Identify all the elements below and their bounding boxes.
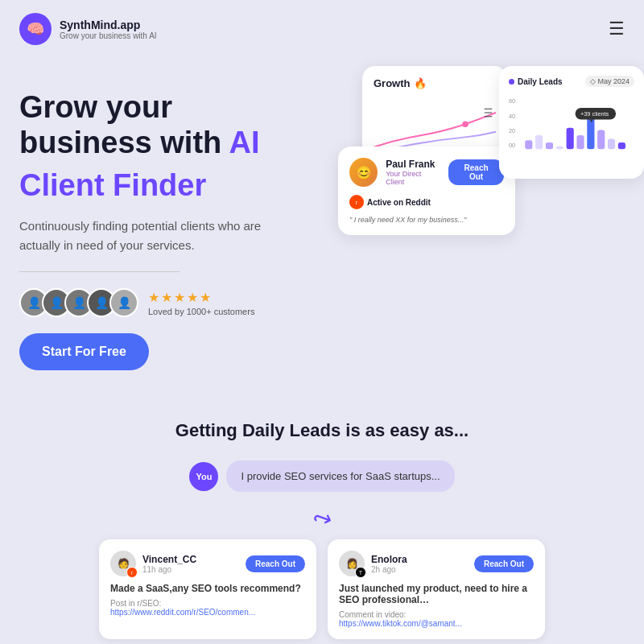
leads-cards-row: 🧑 r Vincent_CC 11h ago Reach Out Made a …: [19, 539, 625, 639]
svg-text:+39 clients: +39 clients: [580, 110, 609, 118]
daily-leads-card: Daily Leads ◇ May 2024 60 40 20 00: [499, 66, 644, 179]
header: 🧠 SynthMind.app Grow your business with …: [0, 0, 644, 58]
svg-rect-12: [567, 128, 574, 150]
avatar-5: 👤: [109, 288, 138, 317]
hero-left: Grow your business with AI Client Finder…: [19, 74, 341, 396]
reddit-badge-icon: r: [126, 567, 138, 578]
logo-tagline: Grow your business with AI: [60, 31, 157, 40]
cta-button[interactable]: Start For Free: [19, 333, 149, 370]
leads-dot: [509, 79, 514, 85]
reddit-icon: r: [349, 195, 364, 209]
svg-rect-15: [597, 130, 605, 149]
section-title: Getting Daily Leads is as easy as...: [19, 420, 625, 441]
enolora-avatar: 👩 T: [339, 551, 365, 576]
paul-frank-card: 😊 Paul Frank Your Direct Client Reach Ou…: [338, 147, 515, 235]
vincent-info: Vincent_CC 11h ago: [142, 554, 196, 574]
leads-date: ◇ May 2024: [585, 76, 634, 87]
hero-right: Growth 🔥: [338, 66, 644, 356]
loved-text: Loved by 1000+ customers: [148, 307, 254, 316]
avatars: 👤 👤 👤 👤 👤: [19, 288, 138, 317]
growth-label: Growth: [374, 77, 411, 89]
growth-icon: 🔥: [414, 77, 427, 89]
lead-card-header-vincent: 🧑 r Vincent_CC 11h ago Reach Out: [110, 551, 305, 576]
vincent-reach-button[interactable]: Reach Out: [246, 555, 305, 572]
paul-info: Paul Frank Your Direct Client: [386, 159, 440, 186]
vincent-link-label: Post in r/SEO:: [110, 599, 305, 608]
svg-rect-14: [587, 117, 594, 149]
hero-title: Grow your business with AI: [19, 90, 341, 160]
lead-card-enolora: 👩 T Enolora 2h ago Reach Out Just launch…: [328, 539, 545, 639]
tiktok-badge-icon: T: [355, 567, 366, 578]
leads-title: Daily Leads: [509, 77, 563, 86]
hero-description: Continuously finding potential clients w…: [19, 217, 293, 255]
svg-text:60: 60: [509, 97, 515, 105]
hero-title-line2: business with: [19, 126, 221, 159]
vincent-time: 11h ago: [142, 565, 196, 574]
svg-rect-16: [608, 138, 615, 149]
enolora-name: Enolora: [371, 554, 407, 565]
hero-subtitle: Client Finder: [19, 168, 341, 204]
hero-title-line1: Grow your: [19, 90, 172, 124]
svg-point-0: [462, 121, 469, 127]
chat-bubble: I provide SEO services for SaaS startups…: [226, 460, 454, 492]
vincent-avatar: 🧑 r: [110, 551, 136, 576]
logo-name: SynthMind.app: [60, 19, 157, 31]
leads-card-header: Daily Leads ◇ May 2024: [509, 76, 634, 87]
enolora-text: Just launched my product, need to hire a…: [339, 583, 534, 605]
logo-icon: 🧠: [19, 13, 52, 45]
paul-avatar: 😊: [349, 158, 378, 187]
paul-name: Paul Frank: [386, 159, 440, 170]
stars: ★★★★★: [148, 290, 254, 305]
svg-rect-17: [618, 142, 625, 149]
divider: [19, 271, 180, 272]
lead-card-vincent: 🧑 r Vincent_CC 11h ago Reach Out Made a …: [99, 539, 316, 639]
leads-bar-chart: 60 40 20 00 +39 clients: [509, 93, 634, 166]
hero-section: Grow your business with AI Client Finder…: [0, 58, 644, 396]
stars-area: ★★★★★ Loved by 1000+ customers: [148, 290, 254, 316]
logo-area: 🧠 SynthMind.app Grow your business with …: [19, 13, 157, 45]
you-badge: You: [189, 462, 218, 491]
paul-reach-button[interactable]: Reach Out: [448, 159, 504, 185]
bottom-section: Getting Daily Leads is as easy as... You…: [0, 396, 644, 644]
enolora-link[interactable]: https://www.tiktok.com/@samant...: [339, 619, 534, 628]
vincent-link[interactable]: https://www.reddit.com/r/SEO/commen...: [110, 608, 305, 617]
enolora-info: Enolora 2h ago: [371, 554, 407, 574]
svg-text:40: 40: [509, 113, 515, 120]
paul-card-top: 😊 Paul Frank Your Direct Client Reach Ou…: [349, 158, 504, 187]
svg-rect-9: [535, 135, 543, 149]
enolora-link-label: Comment in video:: [339, 610, 534, 619]
lead-card-header-enolora: 👩 T Enolora 2h ago Reach Out: [339, 551, 534, 576]
vincent-text: Made a SaaS,any SEO tools recommend?: [110, 583, 305, 594]
arrow-icon: ↩: [309, 502, 336, 534]
paul-quote: " I really need XX for my business...": [349, 216, 504, 224]
svg-rect-13: [576, 135, 584, 149]
logo-text: SynthMind.app Grow your business with AI: [60, 19, 157, 40]
menu-button[interactable]: ☰: [609, 19, 625, 39]
chat-row: You I provide SEO services for SaaS star…: [19, 460, 625, 492]
hero-title-ai: AI: [229, 126, 259, 159]
leads-label: Daily Leads: [518, 77, 563, 86]
arrow-area: ↩: [19, 505, 625, 531]
svg-rect-10: [546, 142, 553, 149]
growth-card-title: Growth 🔥: [374, 77, 496, 89]
enolora-reach-button[interactable]: Reach Out: [474, 555, 534, 572]
paul-subtitle: Your Direct Client: [386, 170, 440, 186]
platform-label: Active on Reddit: [367, 198, 431, 207]
social-proof: 👤 👤 👤 👤 👤 ★★★★★ Loved by 1000+ customers: [19, 288, 341, 317]
reddit-badge: r Active on Reddit: [349, 195, 504, 209]
enolora-time: 2h ago: [371, 565, 407, 574]
svg-rect-11: [556, 147, 564, 150]
vincent-name: Vincent_CC: [142, 554, 196, 565]
svg-rect-8: [525, 140, 532, 149]
svg-text:20: 20: [509, 127, 515, 134]
svg-text:00: 00: [509, 142, 515, 149]
